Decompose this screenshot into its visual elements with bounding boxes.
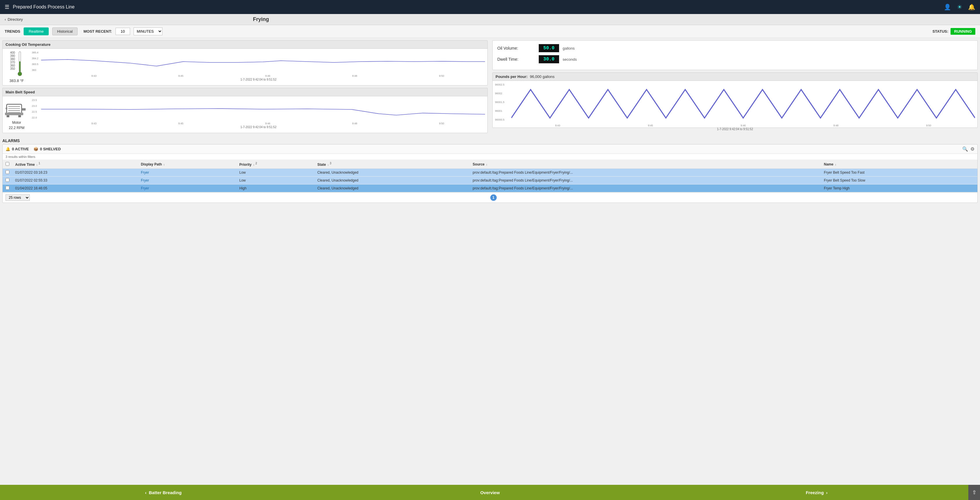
rows-per-page-select[interactable]: 25 rows 50 rows 100 rows	[6, 194, 30, 201]
row-priority: High	[236, 184, 314, 192]
filter-info: 3 results within filters	[3, 154, 977, 160]
motor-label: Motor	[12, 121, 21, 125]
row-priority: Low	[236, 169, 314, 177]
tab-realtime[interactable]: Realtime	[24, 27, 48, 35]
row-name: Fryer Temp High	[821, 184, 977, 192]
page-number[interactable]: 1	[490, 194, 497, 201]
alarms-tbody: 01/07/2022 03:16:23 Fryer Low Cleared, U…	[3, 169, 977, 192]
oil-volume-row: Oil Volume: 50.0 gallons	[497, 44, 973, 52]
oil-y-axis: 385.4 384.2 383.5 383	[32, 51, 41, 72]
row-source: prov:default:/tag:Prepared Foods Line/Eq…	[470, 169, 821, 177]
row-checkbox[interactable]	[6, 170, 10, 174]
top-panels: Cooking Oil Temperature 400 390 380 370 …	[0, 38, 980, 136]
belt-speed-inner: Motor 22.2 RPM 23.5 23.0 22.5 22.0	[3, 96, 487, 133]
header-title: Prepared Foods Process Line	[13, 4, 75, 10]
col-source[interactable]: Source ↕	[470, 160, 821, 169]
pounds-chart: 96002.5 96002 96001.5 96001 96000.5 9:43…	[493, 81, 977, 128]
status-badge: RUNNING	[951, 28, 975, 35]
left-panel: Cooking Oil Temperature 400 390 380 370 …	[0, 38, 490, 136]
table-row[interactable]: 01/07/2022 02:55:33 Fryer Low Cleared, U…	[3, 177, 977, 184]
motor-svg	[5, 99, 28, 119]
dwell-time-label: Dwell Time:	[497, 57, 535, 62]
pounds-value: 96,000 gallons	[530, 74, 555, 79]
table-row[interactable]: 01/07/2022 03:16:23 Fryer Low Cleared, U…	[3, 169, 977, 177]
svg-point-2	[18, 72, 22, 76]
breadcrumb[interactable]: ‹ Directory	[5, 17, 23, 22]
row-checkbox-cell[interactable]	[3, 184, 12, 192]
trends-bar: TRENDS Realtime Historical MOST RECENT: …	[0, 25, 980, 38]
bell-alarm-icon: 🔔	[6, 147, 10, 151]
alarms-tabs: 🔔 0 ACTIVE 📦 0 SHELVED 🔍 ⚙	[3, 144, 977, 154]
row-name: Fryer Belt Speed Too Fast	[821, 169, 977, 177]
breadcrumb-label: Directory	[8, 17, 23, 22]
sort-priority-icon: ↕	[253, 163, 255, 166]
table-row[interactable]: 01/04/2022 16:46:05 Fryer High Cleared, …	[3, 184, 977, 192]
breadcrumb-bar: ‹ Directory Frying	[0, 14, 980, 25]
alarm-search-icons: 🔍 ⚙	[962, 146, 974, 152]
oil-volume-unit: gallons	[563, 46, 574, 51]
row-state: Cleared, Unacknowledged	[314, 177, 470, 184]
select-all-checkbox[interactable]	[6, 162, 10, 166]
shelved-alarms-tab[interactable]: 📦 0 SHELVED	[33, 147, 60, 151]
belt-timestamp: 1-7-2022 9:42:04 to 9:51:52	[32, 125, 485, 131]
hamburger-icon[interactable]: ☰	[5, 4, 10, 10]
col-state[interactable]: State ↕ 3	[314, 160, 470, 169]
sort-state-icon: ↕	[328, 163, 329, 166]
settings-icon[interactable]: ☀	[957, 3, 962, 11]
col-display-path[interactable]: Display Path ↕	[138, 160, 236, 169]
thermometer-svg	[17, 51, 23, 77]
bell-icon[interactable]: 🔔	[968, 3, 975, 11]
belt-y-axis: 23.5 23.0 22.5 22.0	[32, 99, 41, 119]
svg-rect-1	[19, 61, 21, 72]
page-indicator: 1	[490, 194, 497, 201]
status-area: STATUS: RUNNING	[932, 28, 975, 35]
belt-speed-panel: Main Belt Speed	[2, 88, 488, 133]
status-label: STATUS:	[932, 29, 948, 34]
col-name[interactable]: Name ↕	[821, 160, 977, 169]
metrics-panel: Oil Volume: 50.0 gallons Dwell Time: 30.…	[492, 40, 978, 70]
row-checkbox-cell[interactable]	[3, 169, 12, 177]
svg-rect-10	[5, 113, 23, 115]
row-active-time: 01/07/2022 03:16:23	[12, 169, 138, 177]
most-recent-input[interactable]	[116, 28, 130, 35]
col-active-time[interactable]: Active Time ↕ 1	[12, 160, 138, 169]
person-icon[interactable]: 👤	[944, 3, 951, 11]
row-display-path: Fryer	[138, 184, 236, 192]
gear-icon[interactable]: ⚙	[970, 146, 974, 152]
sort-source-icon: ↕	[486, 163, 488, 166]
row-checkbox[interactable]	[6, 186, 10, 190]
row-active-time: 01/07/2022 02:55:33	[12, 177, 138, 184]
belt-speed-title: Main Belt Speed	[3, 88, 487, 96]
active-alarms-tab[interactable]: 🔔 0 ACTIVE	[6, 147, 29, 151]
sort-active-time-icon: ↕	[37, 163, 38, 166]
shelved-count: 0 SHELVED	[40, 147, 60, 151]
time-unit-select[interactable]: MINUTES HOURS SECONDS	[134, 27, 162, 35]
row-display-path: Fryer	[138, 177, 236, 184]
search-icon[interactable]: 🔍	[962, 146, 968, 152]
content-wrapper: Cooking Oil Temperature 400 390 380 370 …	[0, 38, 980, 203]
right-panel: Oil Volume: 50.0 gallons Dwell Time: 30.…	[490, 38, 980, 136]
rows-select: 25 rows 50 rows 100 rows	[6, 194, 30, 201]
cooking-oil-panel: Cooking Oil Temperature 400 390 380 370 …	[2, 40, 488, 86]
therm-labels: 400 390 380 370 360 350	[10, 51, 15, 70]
pagination-bar: 25 rows 50 rows 100 rows 1	[3, 192, 977, 203]
select-all-checkbox-header[interactable]	[3, 160, 12, 169]
header-icons: 👤 ☀ 🔔	[944, 3, 975, 11]
pounds-timestamp: 1-7-2022 9:42:04 to 9:51:52	[495, 127, 975, 133]
tab-historical[interactable]: Historical	[52, 27, 78, 35]
oil-volume-label: Oil Volume:	[497, 46, 535, 51]
alarms-panel: 🔔 0 ACTIVE 📦 0 SHELVED 🔍 ⚙ 3 results wit…	[2, 144, 978, 203]
most-recent-label: MOST RECENT:	[83, 29, 112, 34]
dwell-time-display: 30.0	[539, 55, 559, 63]
col-priority[interactable]: Priority ↕ 2	[236, 160, 314, 169]
alarms-table: Active Time ↕ 1 Display Path ↕ Priority …	[3, 160, 977, 192]
col-state-num: 3	[330, 162, 332, 165]
row-checkbox-cell[interactable]	[3, 177, 12, 184]
svg-rect-12	[18, 115, 21, 117]
row-checkbox[interactable]	[6, 178, 10, 182]
oil-volume-display: 50.0	[539, 44, 559, 52]
shelve-icon: 📦	[33, 147, 38, 151]
sort-name-icon: ↕	[835, 163, 837, 166]
row-source: prov:default:/tag:Prepared Foods Line/Eq…	[470, 177, 821, 184]
cooking-oil-title: Cooking Oil Temperature	[3, 41, 487, 49]
